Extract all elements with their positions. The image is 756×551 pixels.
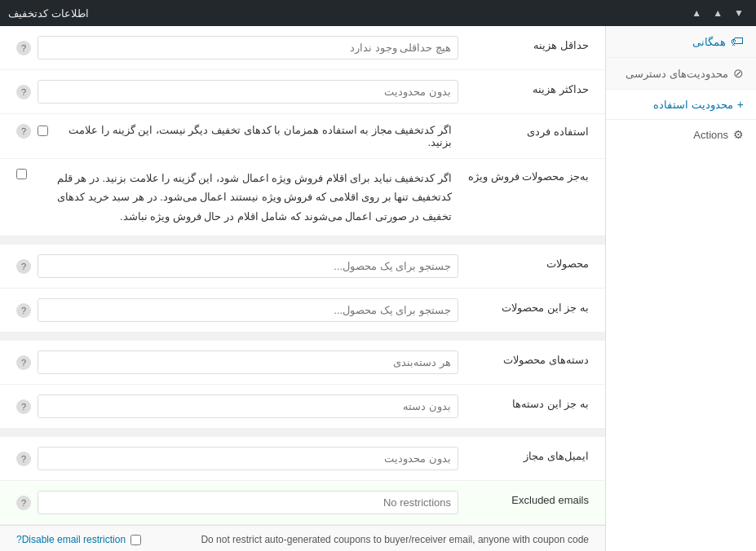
- usage-checkbox-text: اگر کدتخفیف مجاز به استفاده همزمان با کد…: [53, 124, 452, 148]
- max-cost-input-col: ?: [16, 80, 458, 104]
- exclude-categories-help[interactable]: ?: [16, 399, 31, 414]
- arrow-up-button-2[interactable]: ▲: [687, 6, 705, 20]
- arrow-up-button-1[interactable]: ▲: [709, 6, 727, 20]
- bottom-bar: ?Disable email restriction Do not restri…: [0, 525, 605, 551]
- excluded-emails-input[interactable]: [38, 491, 458, 514]
- usage-input-col: ? اگر کدتخفیف مجاز به استفاده همزمان با …: [16, 124, 452, 148]
- arrow-down-button[interactable]: ▼: [730, 6, 748, 20]
- section-divider-3: [0, 429, 605, 437]
- individual-use-row: استفاده فردی ? اگر کدتخفیف مجاز به استفا…: [0, 114, 605, 159]
- main-layout: 🏷 همگانی ⊘ محدودیت‌های دسترسی + محدودیت …: [0, 26, 756, 551]
- excluded-emails-row: Excluded emails ?: [0, 481, 605, 525]
- products-label: محصولات: [458, 254, 589, 270]
- exclude-categories-input[interactable]: [38, 395, 458, 418]
- allowed-emails-help[interactable]: ?: [16, 452, 31, 466]
- disable-email-restriction-text: ?Disable email restriction: [16, 534, 126, 545]
- products-help[interactable]: ?: [16, 259, 31, 274]
- min-cost-row: حداقل هزینه ?: [0, 26, 605, 70]
- categories-input[interactable]: [38, 350, 458, 374]
- categories-input-col: ?: [16, 350, 458, 374]
- allowed-emails-label: ایمیل‌های مجاز: [458, 447, 589, 462]
- exclude-products-label: به جز این محصولات: [458, 298, 589, 314]
- section-divider-1: [0, 236, 605, 245]
- min-cost-input-col: ?: [16, 36, 458, 60]
- sale-products-checkbox[interactable]: [16, 169, 27, 179]
- exclude-products-input[interactable]: [38, 298, 458, 322]
- bottom-bar-description: Do not restrict auto-generated coupons t…: [148, 534, 589, 545]
- categories-help[interactable]: ?: [16, 355, 31, 370]
- sidebar-general-label: همگانی: [692, 36, 726, 48]
- usage-checkbox[interactable]: [38, 126, 48, 136]
- navigation-arrows[interactable]: ▼ ▲ ▲: [687, 6, 748, 20]
- disable-email-restriction-label[interactable]: ?Disable email restriction: [16, 534, 141, 545]
- max-cost-help[interactable]: ?: [16, 85, 31, 99]
- sidebar-actions-label: Actions: [693, 129, 728, 141]
- sale-products-desc: اگر کدتخفیف نباید برای اقلام فروش ویژه ا…: [32, 169, 452, 226]
- top-bar: ▼ ▲ ▲ اطلاعات کدتخفیف: [0, 0, 756, 26]
- plus-icon: +: [737, 98, 744, 111]
- excluded-emails-help[interactable]: ?: [16, 496, 31, 510]
- usage-label: استفاده فردی: [458, 124, 589, 138]
- sidebar-item-restrictions[interactable]: ⊘ محدودیت‌های دسترسی: [606, 58, 756, 90]
- tag-icon: 🏷: [731, 34, 744, 49]
- products-row: محصولات ?: [0, 245, 605, 289]
- sidebar-item-usage-restriction[interactable]: + محدودیت استفاده: [606, 90, 756, 120]
- usage-checkbox-label[interactable]: اگر کدتخفیف مجاز به استفاده همزمان با کد…: [38, 124, 452, 148]
- exclude-products-input-col: ?: [16, 298, 458, 322]
- allowed-emails-input-col: ?: [16, 447, 458, 470]
- max-cost-row: حداکثر هزینه ?: [0, 70, 605, 114]
- min-cost-help[interactable]: ?: [16, 41, 31, 55]
- excluded-emails-input-col: ?: [16, 491, 458, 514]
- sidebar-restrictions-label: محدودیت‌های دسترسی: [626, 68, 728, 80]
- products-input-col: ?: [16, 254, 458, 278]
- max-cost-label: حداکثر هزینه: [458, 80, 589, 95]
- exclude-products-row: به جز این محصولات ?: [0, 289, 605, 333]
- products-input[interactable]: [38, 254, 458, 278]
- gear-icon: ⚙: [733, 128, 744, 141]
- sidebar: 🏷 همگانی ⊘ محدودیت‌های دسترسی + محدودیت …: [605, 26, 756, 551]
- sale-products-label: به‌جز محصولات فروش ویژه: [458, 169, 589, 183]
- sale-products-checkbox-label[interactable]: اگر کدتخفیف نباید برای اقلام فروش ویژه ا…: [16, 169, 452, 226]
- sidebar-item-actions[interactable]: ⚙ Actions: [606, 120, 756, 149]
- categories-row: دسته‌های محصولات ?: [0, 341, 605, 385]
- sale-products-row: به‌جز محصولات فروش ویژه اگر کدتخفیف نبای…: [0, 159, 605, 236]
- exclude-products-help[interactable]: ?: [16, 303, 31, 318]
- exclude-categories-input-col: ?: [16, 395, 458, 418]
- top-bar-title: اطلاعات کدتخفیف: [8, 7, 89, 20]
- sidebar-item-general[interactable]: 🏷 همگانی: [606, 26, 756, 58]
- allowed-emails-row: ایمیل‌های مجاز ?: [0, 437, 605, 481]
- sidebar-usage-label: محدودیت استفاده: [653, 99, 733, 111]
- exclude-categories-label: به جز این دسته‌ها: [458, 395, 589, 410]
- section-divider-2: [0, 333, 605, 341]
- content-area: حداقل هزینه ? حداکثر هزینه ? استفاده فرد…: [0, 26, 605, 551]
- exclude-categories-row: به جز این دسته‌ها ?: [0, 385, 605, 429]
- min-cost-input[interactable]: [38, 36, 458, 60]
- no-icon: ⊘: [733, 66, 744, 81]
- categories-label: دسته‌های محصولات: [458, 350, 589, 366]
- disable-email-restriction-checkbox[interactable]: [130, 535, 141, 545]
- sale-products-input-col: اگر کدتخفیف نباید برای اقلام فروش ویژه ا…: [16, 169, 452, 226]
- excluded-emails-label: Excluded emails: [458, 491, 589, 506]
- allowed-emails-input[interactable]: [38, 447, 458, 470]
- min-cost-label: حداقل هزینه: [458, 36, 589, 51]
- usage-help[interactable]: ?: [16, 124, 31, 139]
- max-cost-input[interactable]: [38, 80, 458, 104]
